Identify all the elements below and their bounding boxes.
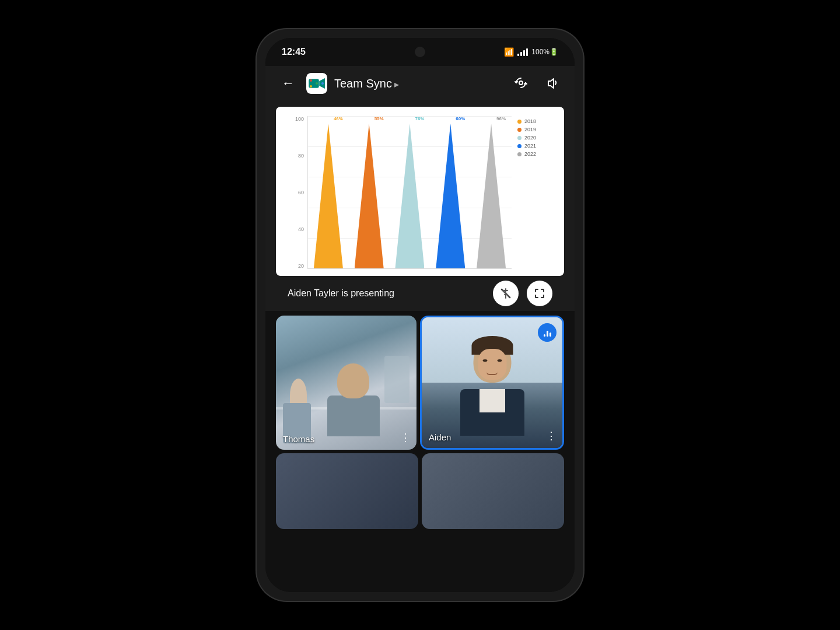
- video-tile-aiden: Aiden ⋮: [420, 316, 564, 450]
- tile-name-thomas: Thomas: [283, 434, 314, 444]
- status-icons: 📶 100%🔋: [504, 47, 558, 57]
- legend-2022: 2022: [517, 151, 552, 157]
- bar-2018: 46%: [314, 116, 343, 268]
- top-bar-actions: [510, 73, 563, 94]
- bar-2020: 76%: [395, 116, 424, 268]
- presenter-actions: [493, 281, 552, 306]
- video-row-bottom: [265, 450, 575, 536]
- legend-2020: 2020: [517, 135, 552, 141]
- svg-point-8: [519, 81, 523, 85]
- presenter-text: Aiden Tayler is presenting: [288, 288, 394, 299]
- tile-name-aiden: Aiden: [429, 432, 451, 442]
- chart-legend: 2018 2019 2020 2021: [517, 116, 552, 269]
- video-row-main: Thomas ⋮: [265, 311, 575, 450]
- tile-menu-aiden[interactable]: ⋮: [546, 429, 556, 442]
- video-grid: Thomas ⋮: [265, 311, 575, 592]
- status-time: 12:45: [282, 47, 306, 57]
- svg-point-5: [310, 85, 312, 88]
- video-tile-bottom-right: [422, 453, 564, 529]
- speaking-indicator-aiden: [538, 323, 556, 342]
- chart-container: 100 80 60 40 20: [276, 107, 564, 276]
- phone-screen: 12:45 📶 100%🔋 ←: [265, 38, 575, 592]
- signal-icon: [517, 48, 528, 56]
- top-bar: ← Team Sync▸: [265, 66, 575, 101]
- video-tile-thomas: Thomas ⋮: [276, 316, 416, 450]
- chart-plot: 46% 55% 76%: [307, 116, 512, 269]
- meeting-title: Team Sync▸: [334, 77, 503, 90]
- mute-presenter-button[interactable]: [493, 281, 519, 306]
- phone-frame: 12:45 📶 100%🔋 ←: [257, 29, 583, 601]
- bar-2019: 55%: [355, 116, 384, 268]
- bar-2021: 60%: [436, 116, 465, 268]
- presentation-area: 100 80 60 40 20: [265, 101, 575, 311]
- video-tile-bottom-left: [276, 453, 418, 529]
- camera-notch: [415, 47, 425, 57]
- volume-button[interactable]: [542, 73, 563, 94]
- y-axis: 100 80 60 40 20: [285, 116, 306, 269]
- fullscreen-button[interactable]: [527, 281, 552, 306]
- back-button[interactable]: ←: [277, 74, 299, 93]
- status-bar: 12:45 📶 100%🔋: [265, 38, 575, 66]
- svg-point-4: [310, 79, 312, 82]
- battery-icon: 100%🔋: [531, 48, 558, 56]
- svg-point-6: [316, 82, 318, 85]
- legend-2019: 2019: [517, 127, 552, 132]
- google-meet-icon: [306, 73, 327, 94]
- presenter-bar: Aiden Tayler is presenting: [276, 276, 564, 311]
- tile-menu-thomas[interactable]: ⋮: [400, 431, 411, 444]
- switch-camera-button[interactable]: [510, 73, 531, 94]
- legend-2021: 2021: [517, 143, 552, 149]
- chart-area: 100 80 60 40 20: [285, 116, 512, 269]
- bar-2022: 96%: [477, 116, 506, 268]
- svg-point-7: [321, 82, 324, 85]
- legend-2018: 2018: [517, 118, 552, 124]
- wifi-icon: 📶: [504, 47, 514, 57]
